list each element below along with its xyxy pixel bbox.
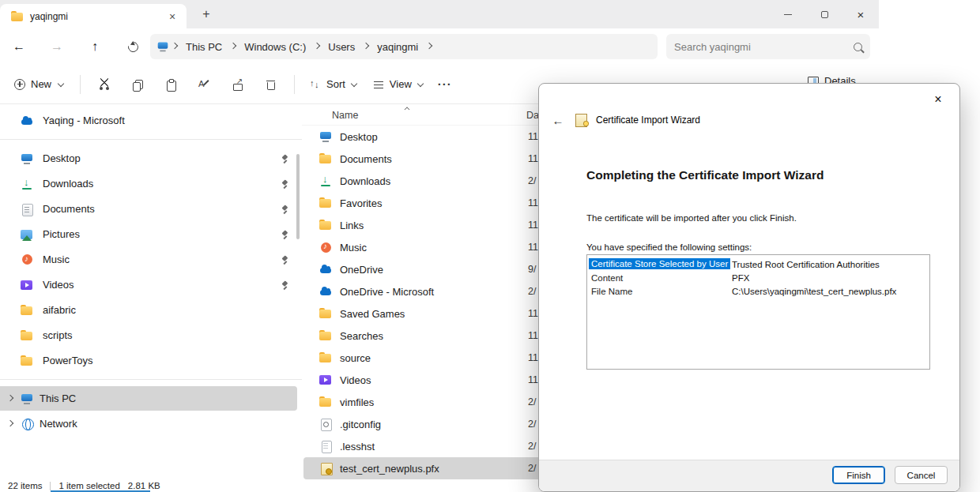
pin-icon [280,254,289,265]
settings-row-file-name[interactable]: File Name C:\Users\yaqingmi\test_cert_ne… [589,284,928,298]
refresh-button[interactable] [120,34,145,59]
sidebar-item-downloads[interactable]: Downloads [0,171,297,196]
share-button[interactable] [220,70,254,99]
file-name: .lesshst [340,441,375,453]
chevron-right-icon [171,43,179,51]
file-date: 2/ [528,441,536,452]
sidebar-divider [0,139,302,140]
desktop-icon [21,152,33,165]
maximize-button[interactable] [806,0,842,28]
sidebar-item-pictures[interactable]: Pictures [0,222,297,246]
sort-button[interactable]: Sort [302,73,365,96]
cancel-button[interactable]: Cancel [895,466,948,484]
monitor-icon [157,41,168,52]
cloud-icon [319,285,332,298]
new-tab-button[interactable] [196,5,217,24]
sidebar-item-this-pc[interactable]: This PC [0,386,297,411]
file-date: 11 [528,330,538,341]
search-input[interactable] [674,41,854,53]
sidebar-item-documents[interactable]: Documents [0,197,297,221]
view-button[interactable]: View [365,73,432,96]
sidebar-item-music[interactable]: Music [0,247,297,272]
music-icon [319,241,332,254]
dialog-close-icon[interactable] [923,88,953,111]
file-name: source [340,352,371,364]
file-date: 11 [528,352,538,363]
sidebar-item-powertoys[interactable]: PowerToys [0,348,297,373]
plus-icon [14,79,25,90]
file-name: Searches [340,330,383,342]
more-options-button[interactable] [432,72,458,97]
delete-button[interactable] [254,70,287,99]
selection-size: 2.81 KB [128,481,160,490]
file-date: 11 [528,197,538,208]
cloud-icon [319,263,332,276]
setting-key: File Name [589,286,635,297]
sidebar-item-label: Network [40,418,289,430]
screen: yaqingmi This PC Windows (C:) [0,0,980,492]
settings-row-store[interactable]: Certificate Store Selected by User Trust… [589,257,928,271]
chevron-right-icon[interactable] [6,420,14,428]
file-date: 11 [528,153,538,164]
pin-icon [280,229,289,240]
sidebar-item-onedrive[interactable]: Yaqing - Microsoft [0,108,297,133]
status-divider [50,482,51,490]
breadcrumb-users[interactable]: Users [322,39,360,55]
search-box[interactable] [666,34,870,59]
download-icon [21,178,33,190]
chevron-right-icon[interactable] [6,395,14,403]
document-icon [21,203,33,216]
explorer-tab[interactable]: yaqingmi [0,4,187,28]
cut-button[interactable] [88,70,121,99]
rename-button[interactable] [187,70,220,99]
file-name: test_cert_newplus.pfx [340,463,439,475]
desktop-icon [319,130,332,143]
dialog-back-icon[interactable] [548,112,567,128]
share-icon [231,78,243,91]
forward-button[interactable] [44,34,70,59]
back-button[interactable] [6,34,32,59]
file-name: Links [340,220,364,231]
sidebar-scrollbar[interactable] [296,154,300,239]
dialog-header: Certificate Import Wizard [548,112,700,128]
file-name: Favorites [340,197,382,209]
navigation-bar: This PC Windows (C:) Users yaqingmi [0,28,879,65]
column-header-name[interactable]: Name [332,110,358,121]
cut-icon [98,78,111,91]
file-name: Desktop [340,131,378,143]
copy-button[interactable] [121,70,154,99]
music-icon [21,254,33,266]
tab-title: yaqingmi [30,11,158,22]
sidebar-item-videos[interactable]: Videos [0,272,297,297]
sidebar-item-network[interactable]: Network [0,411,297,436]
close-button[interactable] [842,0,879,28]
tab-close-icon[interactable] [164,9,180,24]
setting-value: Trusted Root Certification Authorities [729,260,880,269]
folder-icon [319,307,332,320]
toolbar-divider [80,75,81,94]
certificate-icon [575,114,589,126]
file-date: 2/ [528,396,536,407]
chevron-down-icon [416,81,424,88]
breadcrumb-windows-c[interactable]: Windows (C:) [239,39,311,55]
sidebar-item-scripts[interactable]: scripts [0,323,297,347]
folder-icon [319,152,332,165]
monitor-icon [21,392,33,405]
up-button[interactable] [82,34,107,59]
finish-button[interactable]: Finish [832,466,885,484]
settings-row-content[interactable]: Content PFX [589,271,928,284]
sidebar-item-label: Yaqing - Microsoft [43,115,289,126]
paste-button[interactable] [154,70,187,99]
minimize-button[interactable] [770,0,806,28]
setting-value: C:\Users\yaqingmi\test_cert_newplus.pfx [729,287,896,296]
rename-icon [198,78,210,91]
sidebar-divider [0,379,302,380]
delete-icon [264,78,277,91]
sidebar-item-aifabric[interactable]: aifabric [0,298,297,322]
sidebar-item-label: Documents [43,203,270,215]
sidebar-item-desktop[interactable]: Desktop [0,146,297,171]
breadcrumb-this-pc[interactable]: This PC [180,39,228,55]
new-button[interactable]: New [6,73,73,96]
column-header-date[interactable]: Da [526,110,539,121]
breadcrumb-yaqingmi[interactable]: yaqingmi [371,39,424,55]
